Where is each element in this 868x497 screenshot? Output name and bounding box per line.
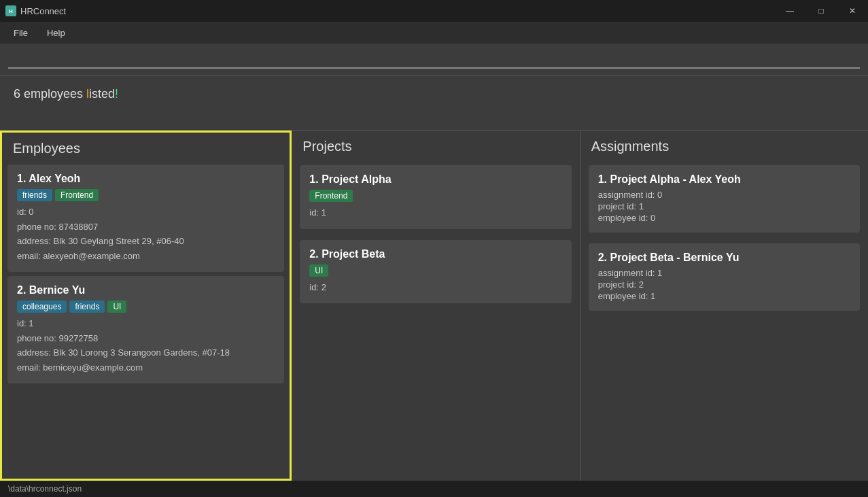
tag-friends-1: friends bbox=[17, 189, 52, 201]
project-id-1: id: 1 bbox=[309, 206, 561, 220]
project-tags-2: UI bbox=[309, 264, 561, 277]
menubar: File Help bbox=[0, 22, 868, 44]
status-exclaim: ! bbox=[115, 87, 118, 101]
employee-phone-1: phone no: 87438807 bbox=[17, 220, 275, 234]
close-button[interactable]: ✕ bbox=[837, 0, 868, 22]
employee-name-1: 1. Alex Yeoh bbox=[17, 173, 275, 185]
assignment-project-id-2: project id: 2 bbox=[598, 279, 850, 290]
titlebar-left: H HRConnect bbox=[5, 5, 66, 16]
tag-friends-2: friends bbox=[69, 301, 105, 313]
projects-panel: Projects 1. Project Alpha Frontend id: 1… bbox=[292, 131, 580, 481]
project-tag-frontend-1: Frontend bbox=[309, 190, 353, 202]
employee-tags-1: friends Frontend bbox=[17, 189, 275, 201]
bottom-statusbar: \data\hrconnect.json bbox=[0, 481, 868, 497]
project-number-2: 2. bbox=[309, 248, 318, 260]
titlebar-controls: — □ ✕ bbox=[774, 0, 868, 22]
employee-card-1[interactable]: 1. Alex Yeoh friends Frontend id: 0 phon… bbox=[7, 165, 284, 272]
assignment-name-1: 1. Project Alpha - Alex Yeoh bbox=[598, 173, 850, 186]
assignment-card-2[interactable]: 2. Project Beta - Bernice Yu assignment … bbox=[589, 243, 860, 311]
searchbar bbox=[0, 44, 868, 76]
employee-fullname-2: Bernice Yu bbox=[29, 284, 85, 296]
assignment-number-2: 2. bbox=[598, 252, 607, 263]
employee-tags-2: colleagues friends UI bbox=[17, 301, 275, 313]
employees-panel: Employees 1. Alex Yeoh friends Frontend … bbox=[0, 131, 292, 481]
project-number-1: 1. bbox=[309, 173, 318, 185]
project-tags-1: Frontend bbox=[309, 190, 561, 202]
employee-number-2: 2. bbox=[17, 284, 26, 296]
minimize-button[interactable]: — bbox=[774, 0, 805, 22]
svg-text:H: H bbox=[9, 8, 13, 14]
employee-card-2[interactable]: 2. Bernice Yu colleagues friends UI id: … bbox=[7, 276, 284, 383]
project-tag-ui-2: UI bbox=[309, 264, 328, 277]
tag-ui-2: UI bbox=[107, 301, 126, 313]
project-title-2: Project Beta bbox=[322, 248, 385, 260]
employee-address-1: address: Blk 30 Geylang Street 29, #06-4… bbox=[17, 235, 275, 248]
assignment-number-1: 1. bbox=[598, 173, 607, 185]
employee-address-2: address: Blk 30 Lorong 3 Serangoon Garde… bbox=[17, 346, 275, 360]
employee-id-1: id: 0 bbox=[17, 205, 275, 219]
main-content: Employees 1. Alex Yeoh friends Frontend … bbox=[0, 131, 868, 481]
titlebar: H HRConnect — □ ✕ bbox=[0, 0, 868, 22]
project-card-1[interactable]: 1. Project Alpha Frontend id: 1 bbox=[300, 165, 571, 229]
assignment-id-1: assignment id: 0 bbox=[598, 190, 850, 200]
status-prefix: 6 employees bbox=[14, 87, 86, 101]
status-text: 6 employees listed! bbox=[14, 87, 854, 101]
assignment-id-2: assignment id: 1 bbox=[598, 268, 850, 278]
project-card-2[interactable]: 2. Project Beta UI id: 2 bbox=[300, 240, 571, 304]
employee-email-1: email: alexyeoh@example.com bbox=[17, 250, 275, 263]
assignment-name-2: 2. Project Beta - Bernice Yu bbox=[598, 252, 850, 264]
search-input[interactable] bbox=[8, 50, 860, 69]
tag-colleagues-2: colleagues bbox=[17, 301, 67, 313]
assignments-panel-header: Assignments bbox=[580, 131, 868, 160]
assignment-title-2: Project Beta - Bernice Yu bbox=[610, 252, 739, 263]
project-name-1: 1. Project Alpha bbox=[309, 173, 561, 186]
assignment-project-id-1: project id: 1 bbox=[598, 201, 850, 211]
employee-email-2: email: berniceyu@example.com bbox=[17, 361, 275, 375]
project-name-2: 2. Project Beta bbox=[309, 248, 561, 260]
menu-help[interactable]: Help bbox=[39, 25, 73, 41]
projects-panel-header: Projects bbox=[292, 131, 579, 160]
project-title-1: Project Alpha bbox=[322, 173, 392, 185]
app-icon: H bbox=[5, 5, 16, 16]
assignments-panel: Assignments 1. Project Alpha - Alex Yeoh… bbox=[580, 131, 868, 481]
assignment-card-1[interactable]: 1. Project Alpha - Alex Yeoh assignment … bbox=[589, 165, 860, 233]
menu-file[interactable]: File bbox=[5, 25, 36, 41]
employee-phone-2: phone no: 99272758 bbox=[17, 332, 275, 345]
assignment-employee-id-2: employee id: 1 bbox=[598, 291, 850, 301]
employee-fullname-1: Alex Yeoh bbox=[29, 173, 80, 184]
employees-panel-header: Employees bbox=[2, 133, 290, 162]
tag-frontend-1: Frontend bbox=[55, 189, 99, 201]
employees-list: 1. Alex Yeoh friends Frontend id: 0 phon… bbox=[2, 162, 290, 479]
project-id-2: id: 2 bbox=[309, 281, 561, 294]
assignment-employee-id-1: employee id: 0 bbox=[598, 213, 850, 223]
employee-name-2: 2. Bernice Yu bbox=[17, 284, 275, 296]
assignment-title-1: Project Alpha - Alex Yeoh bbox=[610, 173, 740, 185]
employee-id-2: id: 1 bbox=[17, 317, 275, 330]
status-area: 6 employees listed! bbox=[0, 76, 868, 131]
employee-number-1: 1. bbox=[17, 173, 26, 184]
status-middle: isted bbox=[89, 87, 115, 101]
app-title: HRConnect bbox=[20, 6, 66, 16]
file-path: \data\hrconnect.json bbox=[8, 484, 82, 494]
maximize-button[interactable]: □ bbox=[805, 0, 837, 22]
